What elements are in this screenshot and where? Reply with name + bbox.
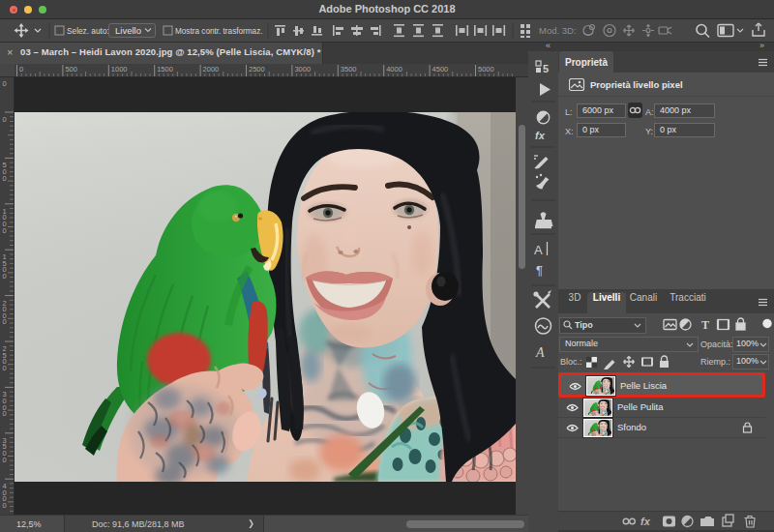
svg-text:2500: 2500 [249,65,265,74]
svg-text:0: 0 [3,409,7,418]
svg-text:0: 0 [3,317,7,326]
svg-text:3000: 3000 [294,65,311,74]
svg-text:0: 0 [3,174,7,183]
svg-text:¶: ¶ [536,263,543,278]
svg-text:A: A [535,345,545,360]
svg-text:4000: 4000 [386,65,402,74]
svg-text:0: 0 [3,115,7,124]
svg-text:2000: 2000 [203,65,220,74]
svg-text:4500: 4500 [432,65,449,74]
svg-text:1500: 1500 [157,65,173,74]
svg-text:fx: fx [640,516,651,527]
svg-text:A: A [534,243,543,257]
svg-text:Selez. auto:: Selez. auto: [67,26,109,36]
svg-text:Livello: Livello [115,25,141,36]
svg-text:3500: 3500 [341,65,357,74]
svg-text:0: 0 [3,456,7,464]
svg-text:5: 5 [543,63,549,74]
svg-text:500: 500 [65,65,77,74]
svg-text:0: 0 [3,501,7,510]
svg-text:0: 0 [3,272,7,281]
svg-text:T: T [701,318,709,332]
svg-text:0: 0 [3,226,7,235]
svg-text:0: 0 [3,364,7,372]
svg-text:1000: 1000 [111,65,128,74]
svg-text:fx: fx [535,130,546,141]
svg-text:0: 0 [3,79,7,88]
svg-text:0: 0 [19,65,23,74]
svg-text:Mostra contr. trasformaz.: Mostra contr. trasformaz. [175,27,263,36]
svg-text:Mod. 3D:: Mod. 3D: [539,25,577,36]
svg-text:5000: 5000 [478,65,494,74]
